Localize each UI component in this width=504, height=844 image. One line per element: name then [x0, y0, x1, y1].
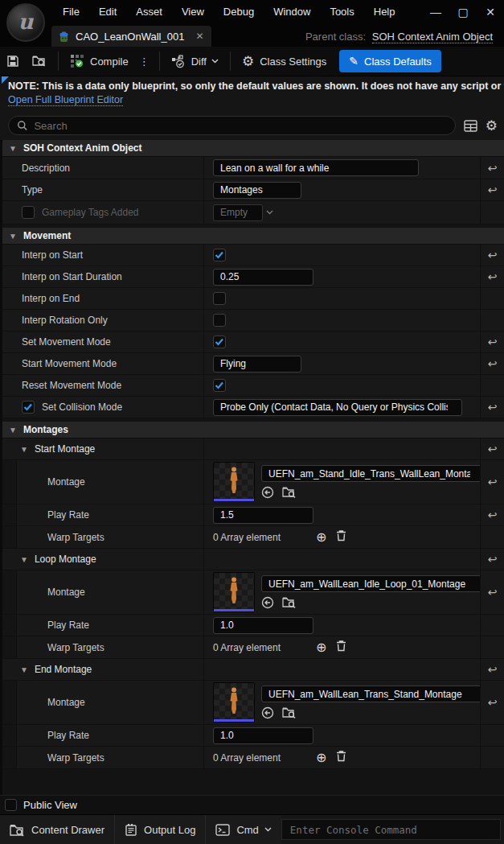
revert-icon[interactable]: ↩	[488, 553, 498, 566]
revert-icon[interactable]: ↩	[488, 696, 498, 709]
row-end-montage-header[interactable]: ▼ End Montage ↩	[2, 659, 504, 681]
revert-icon[interactable]: ↩	[488, 586, 498, 599]
maximize-button[interactable]: ▢	[449, 0, 477, 24]
warp-targets-count: 0 Array element	[213, 532, 281, 543]
revert-icon[interactable]: ↩	[488, 336, 498, 348]
use-selected-asset-icon[interactable]	[261, 596, 274, 609]
open-full-blueprint-editor-link[interactable]: Open Full Blueprint Editor	[8, 94, 123, 106]
revert-icon[interactable]: ↩	[488, 443, 498, 455]
toolbar-separator	[230, 51, 231, 71]
start-play-rate-input[interactable]: 1.5	[213, 507, 313, 524]
montage-thumbnail[interactable]	[213, 682, 255, 723]
end-montage-dropdown[interactable]: UEFN_am_WallLean_Trans_Stand_Montage	[261, 685, 480, 702]
public-view-checkbox[interactable]	[5, 799, 17, 811]
browse-to-asset-icon[interactable]	[282, 706, 297, 719]
play-rate-label: Play Rate	[2, 504, 203, 525]
set-movement-checkbox[interactable]	[213, 336, 226, 348]
diff-button[interactable]: Diff	[165, 50, 225, 72]
close-button[interactable]: ✕	[477, 0, 504, 24]
interp-duration-input[interactable]: 0.25	[213, 269, 313, 286]
output-log-button[interactable]: Output Log	[115, 815, 206, 844]
revert-icon[interactable]: ↩	[488, 249, 498, 261]
class-defaults-button[interactable]: ✎ Class Defaults	[339, 50, 441, 72]
minimize-button[interactable]: —	[422, 0, 449, 24]
diff-icon	[171, 55, 186, 68]
compile-button[interactable]: Compile	[64, 50, 135, 72]
details-settings-gear-icon[interactable]: ⚙	[486, 119, 498, 133]
reset-movement-checkbox[interactable]	[213, 379, 226, 392]
menu-file[interactable]: File	[53, 0, 89, 24]
search-input[interactable]	[34, 120, 446, 132]
menu-debug[interactable]: Debug	[214, 0, 264, 24]
delete-array-icon[interactable]	[336, 640, 346, 655]
revert-icon[interactable]: ↩	[488, 476, 498, 488]
search-box[interactable]	[8, 116, 456, 135]
loop-play-rate-input[interactable]: 1.0	[213, 617, 313, 634]
unreal-engine-logo-icon: u	[6, 3, 45, 42]
interp-on-start-checkbox[interactable]	[213, 249, 226, 261]
section-title: Movement	[23, 230, 71, 241]
menu-asset[interactable]: Asset	[126, 0, 172, 24]
type-dropdown[interactable]: Montages	[213, 182, 301, 199]
revert-icon[interactable]: ↩	[488, 663, 498, 676]
use-selected-asset-icon[interactable]	[261, 486, 274, 499]
revert-icon[interactable]: ↩	[488, 401, 498, 414]
menu-help[interactable]: Help	[364, 0, 405, 24]
revert-icon[interactable]: ↩	[488, 162, 498, 175]
section-title: Montages	[23, 424, 68, 435]
gameplay-tags-dropdown[interactable]: Empty	[213, 204, 263, 221]
gameplay-tags-checkbox[interactable]	[22, 206, 35, 219]
revert-icon[interactable]: ↩	[488, 183, 498, 196]
row-end-play-rate: Play Rate 1.0	[2, 725, 504, 747]
save-button[interactable]	[0, 50, 26, 72]
interp-on-end-checkbox[interactable]	[213, 292, 226, 305]
view-options-grid-icon[interactable]	[464, 120, 477, 132]
menu-window[interactable]: Window	[264, 0, 320, 24]
revert-icon[interactable]: ↩	[488, 357, 498, 370]
set-collision-dropdown[interactable]: Probe Only (Contact Data, No Query or Ph…	[213, 399, 462, 416]
loop-montage-dropdown[interactable]: UEFN_am_WallLean_Idle_Loop_01_Montage	[261, 575, 480, 592]
browse-to-asset-icon[interactable]	[282, 486, 297, 499]
start-movement-dropdown[interactable]: Flying	[213, 356, 301, 373]
asset-tab[interactable]: CAO_LeanOnWall_001 ✕	[51, 26, 211, 47]
add-array-element-icon[interactable]: ⊕	[316, 531, 326, 544]
add-array-element-icon[interactable]: ⊕	[316, 751, 326, 764]
set-collision-checkbox[interactable]	[22, 401, 35, 414]
start-montage-dropdown[interactable]: UEFN_am_Stand_Idle_Trans_WallLean_Montag…	[261, 465, 480, 482]
character-figure-icon	[227, 687, 240, 714]
section-movement[interactable]: ▼ Movement	[2, 228, 504, 245]
interp-rotation-checkbox[interactable]	[213, 314, 226, 327]
chevron-down-icon[interactable]	[266, 210, 273, 215]
montage-thumbnail[interactable]	[213, 462, 255, 502]
menu-edit[interactable]: Edit	[89, 0, 126, 24]
tab-close-icon[interactable]: ✕	[195, 31, 203, 42]
delete-array-icon[interactable]	[336, 750, 346, 765]
parent-class-link[interactable]: SOH Context Anim Object	[372, 31, 493, 43]
menu-tools[interactable]: Tools	[320, 0, 363, 24]
console-command-input[interactable]	[281, 819, 501, 840]
use-selected-asset-icon[interactable]	[261, 706, 274, 719]
cmd-button[interactable]: Cmd	[206, 815, 281, 844]
row-loop-montage-header[interactable]: ▼ Loop Montage ↩	[2, 549, 504, 570]
revert-icon[interactable]: ↩	[488, 508, 498, 521]
content-drawer-button[interactable]: Content Drawer	[0, 815, 115, 844]
delete-array-icon[interactable]	[336, 529, 346, 545]
browse-asset-button[interactable]	[26, 50, 53, 72]
menu-view[interactable]: View	[172, 0, 214, 24]
note-text: NOTE: This is a data only blueprint, so …	[8, 80, 504, 92]
save-icon	[6, 55, 19, 68]
add-array-element-icon[interactable]: ⊕	[316, 641, 326, 654]
end-play-rate-input[interactable]: 1.0	[213, 727, 313, 744]
section-montages[interactable]: ▼ Montages	[2, 422, 504, 438]
browse-to-asset-icon[interactable]	[282, 596, 297, 609]
description-input[interactable]: Lean on a wall for a while	[213, 159, 419, 176]
section-soh-context-anim-object[interactable]: ▼ SOH Context Anim Object	[2, 140, 504, 157]
chevron-down-icon	[470, 471, 477, 476]
montage-thumbnail[interactable]	[213, 572, 255, 612]
row-start-montage-header[interactable]: ▼ Start Montage ↩	[2, 438, 504, 460]
warp-targets-label: Warp Targets	[2, 636, 203, 658]
gameplay-tags-label: Gameplay Tags Added	[42, 207, 139, 218]
class-settings-button[interactable]: ⚙ Class Settings	[236, 50, 333, 72]
compile-options-icon[interactable]: ⋮	[135, 56, 154, 68]
revert-icon[interactable]: ↩	[488, 270, 498, 283]
